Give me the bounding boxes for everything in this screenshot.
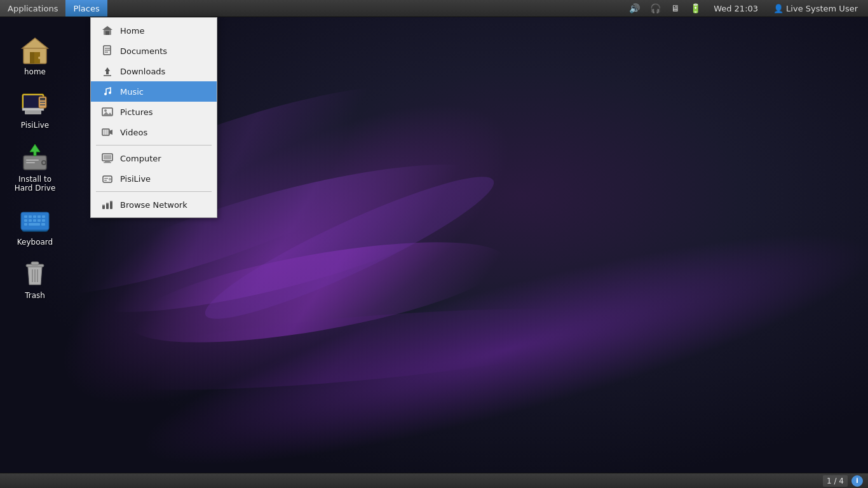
svg-rect-70 xyxy=(102,205,105,206)
svg-rect-22 xyxy=(29,215,32,218)
volume-icon[interactable]: 🔊 xyxy=(627,2,642,15)
menu-item-downloads[interactable]: Downloads xyxy=(91,61,217,81)
svg-rect-68 xyxy=(106,203,109,209)
user-icon: 👤 xyxy=(773,4,783,13)
desktop-icon-keyboard[interactable]: Keyboard xyxy=(6,202,64,249)
svg-rect-26 xyxy=(24,219,27,222)
network-menu-icon xyxy=(101,198,114,211)
computer-menu-icon xyxy=(101,152,114,165)
install-icon-image xyxy=(20,142,50,172)
svg-marker-39 xyxy=(102,26,112,30)
desktop-icon-install[interactable]: Install to Hard Drive xyxy=(6,139,64,196)
svg-rect-69 xyxy=(110,201,112,209)
downloads-menu-icon xyxy=(101,65,114,78)
svg-rect-60 xyxy=(105,161,110,162)
svg-rect-3 xyxy=(30,52,34,64)
svg-rect-10 xyxy=(40,98,45,100)
desktop-icon-trash[interactable]: Trash xyxy=(6,255,64,302)
music-menu-icon xyxy=(101,85,114,98)
downloads-menu-label: Downloads xyxy=(120,67,165,76)
svg-point-4 xyxy=(38,57,41,59)
bottom-bar: 1 / 4 i xyxy=(0,473,868,488)
menu-item-pisilive[interactable]: PisiLive xyxy=(91,168,217,189)
top-panel: Applications Places 🔊 🎧 🖥 🔋 Wed 21:03 👤 … xyxy=(0,0,868,17)
keyboard-icon-image xyxy=(20,205,50,235)
menu-item-home[interactable]: Home xyxy=(91,20,217,41)
svg-rect-24 xyxy=(37,215,41,218)
pisilive-icon-image xyxy=(20,88,50,118)
svg-rect-31 xyxy=(24,223,27,226)
home-menu-label: Home xyxy=(120,26,144,36)
menu-item-music[interactable]: Music xyxy=(91,81,217,102)
user-menu[interactable]: 👤 Live System User xyxy=(768,4,863,13)
pisilive-drive-menu-icon xyxy=(101,172,114,185)
svg-marker-46 xyxy=(105,67,110,74)
documents-menu-label: Documents xyxy=(120,46,167,56)
svg-rect-25 xyxy=(42,215,45,218)
menu-item-browse-network[interactable]: Browse Network xyxy=(91,194,217,215)
desktop-icon-pisilive[interactable]: PisiLive xyxy=(6,85,64,132)
svg-rect-30 xyxy=(42,219,45,222)
svg-rect-7 xyxy=(22,108,44,111)
svg-point-15 xyxy=(43,161,45,164)
pictures-menu-icon xyxy=(101,105,114,118)
svg-point-64 xyxy=(109,179,111,180)
svg-rect-41 xyxy=(105,31,109,35)
info-icon: i xyxy=(856,477,858,485)
pisilive-icon-label: PisiLive xyxy=(21,121,49,130)
panel-left: Applications Places xyxy=(0,0,107,17)
svg-rect-66 xyxy=(104,180,107,181)
pisilive-menu-label: PisiLive xyxy=(120,174,151,184)
svg-marker-18 xyxy=(30,144,40,156)
pictures-menu-label: Pictures xyxy=(120,107,153,117)
svg-point-51 xyxy=(104,109,107,112)
svg-rect-8 xyxy=(25,111,41,114)
menu-item-computer[interactable]: Computer xyxy=(91,148,217,168)
svg-rect-61 xyxy=(104,162,111,163)
desktop-icon-home[interactable]: home xyxy=(6,32,64,79)
home-menu-icon xyxy=(101,24,114,37)
videos-menu-label: Videos xyxy=(120,128,147,137)
svg-rect-17 xyxy=(26,162,35,163)
clock: Wed 21:03 xyxy=(709,4,763,13)
desktop-icons: home PisiLive xyxy=(0,25,70,309)
page-indicator: 1 / 4 xyxy=(823,475,848,487)
applications-label: Applications xyxy=(8,4,58,13)
menu-item-videos[interactable]: Videos xyxy=(91,122,217,142)
svg-rect-16 xyxy=(26,159,39,161)
menu-item-pictures[interactable]: Pictures xyxy=(91,102,217,122)
svg-rect-11 xyxy=(40,102,45,103)
browse-network-menu-label: Browse Network xyxy=(120,200,187,210)
svg-rect-32 xyxy=(29,223,40,226)
headphones-icon[interactable]: 🎧 xyxy=(648,2,663,15)
svg-rect-33 xyxy=(41,223,45,226)
panel-right: 🔊 🎧 🖥 🔋 Wed 21:03 👤 Live System User xyxy=(627,0,868,17)
svg-rect-65 xyxy=(104,178,108,179)
home-icon-image xyxy=(20,34,50,65)
svg-rect-72 xyxy=(110,201,112,202)
applications-menu[interactable]: Applications xyxy=(0,0,65,17)
menu-separator-1 xyxy=(96,145,212,146)
documents-menu-icon xyxy=(101,44,114,57)
places-label: Places xyxy=(73,4,99,13)
places-dropdown: Home Documents Downloads xyxy=(90,17,217,218)
svg-rect-71 xyxy=(106,203,109,204)
svg-point-48 xyxy=(104,93,107,95)
user-label: Live System User xyxy=(786,4,858,13)
battery-icon[interactable]: 🔋 xyxy=(688,2,703,15)
menu-separator-2 xyxy=(96,191,212,192)
info-button[interactable]: i xyxy=(851,475,863,487)
svg-rect-29 xyxy=(37,219,41,222)
svg-rect-27 xyxy=(29,219,32,222)
home-icon-label: home xyxy=(24,67,46,76)
svg-rect-23 xyxy=(33,215,36,218)
computer-menu-label: Computer xyxy=(120,154,161,163)
music-menu-label: Music xyxy=(120,87,144,97)
places-menu[interactable]: Places xyxy=(65,0,107,17)
svg-rect-35 xyxy=(31,262,39,265)
display-icon[interactable]: 🖥 xyxy=(668,2,682,15)
keyboard-icon-label: Keyboard xyxy=(17,238,53,247)
menu-item-documents[interactable]: Documents xyxy=(91,41,217,61)
svg-point-49 xyxy=(109,92,111,94)
svg-rect-28 xyxy=(33,219,36,222)
